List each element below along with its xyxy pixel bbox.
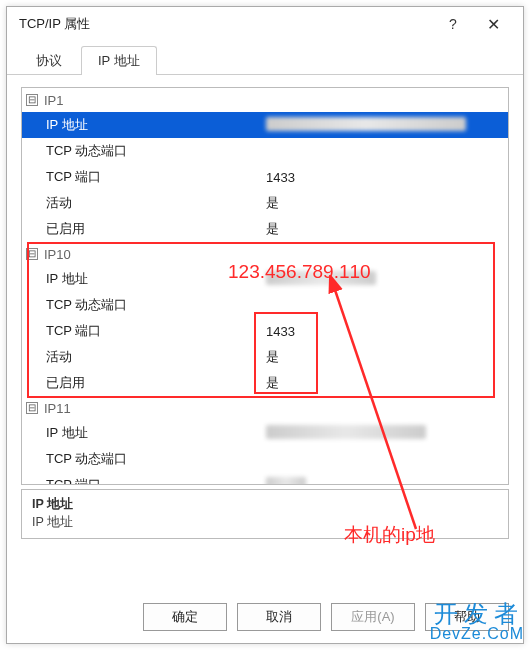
row-label: TCP 动态端口 bbox=[46, 142, 266, 160]
row-value: 1433 bbox=[266, 324, 508, 339]
row-label: TCP 端口 bbox=[46, 168, 266, 186]
row-value bbox=[266, 271, 508, 288]
row-value: 是 bbox=[266, 220, 508, 238]
help-button[interactable]: 帮助 bbox=[425, 603, 509, 631]
row-label: 活动 bbox=[46, 194, 266, 212]
tab-protocol[interactable]: 协议 bbox=[19, 46, 79, 74]
grid-row-enabled[interactable]: 已启用 是 bbox=[22, 370, 508, 396]
grid-row-ip[interactable]: IP 地址 bbox=[22, 266, 508, 292]
grid-row-tcp-port[interactable]: TCP 端口 1433 bbox=[22, 164, 508, 190]
grid-row-dyn-port[interactable]: TCP 动态端口 bbox=[22, 138, 508, 164]
row-value: 1433 bbox=[266, 170, 508, 185]
collapse-icon[interactable]: ⊟ bbox=[26, 94, 38, 106]
section-name: IP1 bbox=[44, 93, 64, 108]
row-value bbox=[266, 425, 508, 442]
grid-row-tcp-port[interactable]: TCP 端口 1433 bbox=[22, 318, 508, 344]
tab-strip: 协议 IP 地址 bbox=[7, 45, 523, 75]
section-header-ip11[interactable]: ⊟ IP11 bbox=[22, 396, 508, 420]
section-name: IP10 bbox=[44, 247, 71, 262]
desc-text: IP 地址 bbox=[32, 514, 498, 531]
section-name: IP11 bbox=[44, 401, 71, 416]
grid-row-ip[interactable]: IP 地址 bbox=[22, 112, 508, 138]
cancel-button[interactable]: 取消 bbox=[237, 603, 321, 631]
tab-ip-address[interactable]: IP 地址 bbox=[81, 46, 157, 75]
help-icon[interactable]: ? bbox=[433, 9, 473, 39]
row-label: 已启用 bbox=[46, 220, 266, 238]
row-label: TCP 动态端口 bbox=[46, 450, 266, 468]
description-panel: IP 地址 IP 地址 bbox=[21, 489, 509, 539]
row-label: TCP 端口 bbox=[46, 476, 266, 485]
grid-row-dyn-port[interactable]: TCP 动态端口 bbox=[22, 446, 508, 472]
content-area: ⊟ IP1 IP 地址 TCP 动态端口 TCP 端口 1433 活动 是 已启… bbox=[7, 75, 523, 583]
close-icon[interactable]: ✕ bbox=[473, 9, 513, 39]
grid-row-enabled[interactable]: 已启用 是 bbox=[22, 216, 508, 242]
collapse-icon[interactable]: ⊟ bbox=[26, 402, 38, 414]
titlebar: TCP/IP 属性 ? ✕ bbox=[7, 7, 523, 41]
row-value: 是 bbox=[266, 374, 508, 392]
row-value: 是 bbox=[266, 348, 508, 366]
desc-title: IP 地址 bbox=[32, 496, 498, 513]
row-label: IP 地址 bbox=[46, 116, 266, 134]
apply-button[interactable]: 应用(A) bbox=[331, 603, 415, 631]
dialog-button-row: 确定 取消 应用(A) 帮助 bbox=[7, 603, 523, 631]
tcpip-properties-dialog: TCP/IP 属性 ? ✕ 协议 IP 地址 ⊟ IP1 IP 地址 TCP 动… bbox=[6, 6, 524, 644]
property-grid[interactable]: ⊟ IP1 IP 地址 TCP 动态端口 TCP 端口 1433 活动 是 已启… bbox=[21, 87, 509, 485]
row-value bbox=[266, 477, 508, 486]
row-label: TCP 端口 bbox=[46, 322, 266, 340]
grid-row-ip[interactable]: IP 地址 bbox=[22, 420, 508, 446]
grid-row-active[interactable]: 活动 是 bbox=[22, 344, 508, 370]
grid-row-tcp-port[interactable]: TCP 端口 bbox=[22, 472, 508, 485]
row-value bbox=[266, 117, 508, 134]
row-label: IP 地址 bbox=[46, 424, 266, 442]
grid-row-active[interactable]: 活动 是 bbox=[22, 190, 508, 216]
collapse-icon[interactable]: ⊟ bbox=[26, 248, 38, 260]
row-label: 已启用 bbox=[46, 374, 266, 392]
row-value: 是 bbox=[266, 194, 508, 212]
grid-row-dyn-port[interactable]: TCP 动态端口 bbox=[22, 292, 508, 318]
section-header-ip1[interactable]: ⊟ IP1 bbox=[22, 88, 508, 112]
row-label: IP 地址 bbox=[46, 270, 266, 288]
row-label: TCP 动态端口 bbox=[46, 296, 266, 314]
ok-button[interactable]: 确定 bbox=[143, 603, 227, 631]
dialog-title: TCP/IP 属性 bbox=[19, 15, 90, 33]
section-header-ip10[interactable]: ⊟ IP10 bbox=[22, 242, 508, 266]
row-label: 活动 bbox=[46, 348, 266, 366]
